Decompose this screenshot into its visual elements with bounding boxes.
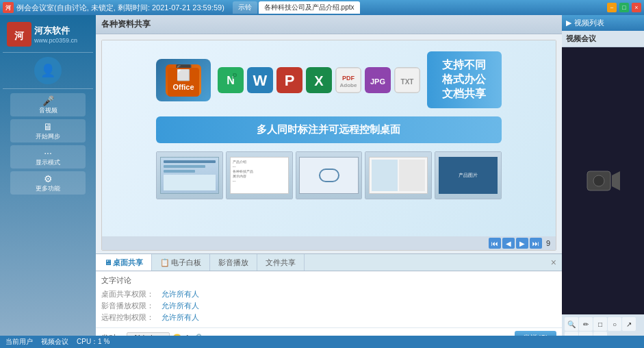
mic-icon: 🎤 (42, 95, 54, 106)
sidebar-logo-image: 河 (7, 22, 31, 47)
svg-text:W: W (253, 72, 268, 89)
tab-media[interactable]: 影音播放 (210, 254, 257, 271)
sidebar-logo-text: 河东软件 www.pc0359.cn (34, 25, 77, 44)
right-sidebar: ▶ 视频列表 视频会议 🔍 ✏ □ ○ ↗ T ⌫ (562, 15, 644, 348)
pdf-icon: PDFAdobe (335, 67, 361, 93)
svg-text:河: 河 (14, 30, 25, 41)
thumb-5-content: 产品图片 (439, 157, 498, 194)
chat-label-2: 影音播放权限： (101, 301, 156, 311)
status-meeting: 视频会议 (41, 337, 68, 347)
slide-top-row: ⬛ ⬜ Office (156, 51, 502, 108)
thumb-3-oval (319, 169, 339, 182)
extra-features-label: 更多功能 (36, 184, 60, 193)
thumb-2-text: 产品介绍---各种科技产品展示内容--- (233, 160, 286, 184)
main-layout: 河 河东软件 www.pc0359.cn 👤 🎤 音视频 🖥 开始网步 ··· (0, 15, 644, 348)
screen-share-icon: 🖥 (104, 258, 112, 266)
onenote-icon: NP (218, 67, 244, 93)
txt-icon: TXT (394, 67, 420, 93)
circle-icon[interactable]: ○ (608, 317, 621, 331)
display-mode-label: 显示模式 (36, 158, 60, 167)
video-main-area (562, 47, 644, 314)
title-bar-right: − □ × (607, 3, 641, 12)
company-name: 河东软件 (34, 25, 77, 37)
app-icons-row: NP W P X PDFAdob (218, 67, 420, 93)
whiteboard-icon: 📋 (160, 258, 170, 267)
right-sidebar-header: ▶ 视频列表 (562, 15, 644, 31)
right-sidebar-title: 视频列表 (574, 18, 604, 28)
meeting-title: 例会会议室(自由讨论, 未锁定, 剩期时间: 2021-07-21 23:59:… (16, 3, 224, 13)
svg-text:X: X (314, 73, 324, 88)
thumb-1-inner (157, 152, 222, 199)
thumb-content-area (164, 175, 216, 190)
pen-icon[interactable]: ✏ (579, 317, 593, 331)
camera-icon (586, 167, 620, 195)
chat-area: 文字讨论 桌面共享权限： 允许所有人 影音播放权限： 允许所有人 远程控制权限：… (96, 271, 562, 327)
thumb-4-right (399, 160, 425, 191)
bottom-close-button[interactable]: × (545, 254, 562, 271)
office-brand-area: ⬛ ⬜ Office (156, 59, 211, 101)
thumb-4-left (372, 160, 398, 191)
nav-controls: ⏮ ◀ ▶ ⏭ 9 (102, 236, 556, 250)
svg-text:Adobe: Adobe (340, 82, 357, 88)
audio-video-button[interactable]: 🎤 音视频 (10, 93, 86, 116)
bottom-tabs: 🖥 桌面共享 📋 电子白板 影音播放 文件共享 × (96, 254, 562, 271)
office-logo-box: ⬛ ⬜ Office (166, 64, 201, 96)
thumb-3-inner (296, 152, 362, 199)
thumb-5-inner: 产品图片 (435, 152, 501, 199)
title-bar: 河 例会会议室(自由讨论, 未锁定, 剩期时间: 2021-07-21 23:5… (0, 0, 644, 15)
tab-whiteboard[interactable]: 📋 电子白板 (152, 254, 210, 271)
screen-share-button[interactable]: 🖥 开始网步 (10, 119, 86, 142)
word-icon: W (247, 67, 273, 93)
page-number: 9 (546, 239, 550, 247)
screen-icon: 🖥 (43, 121, 53, 132)
maximize-button[interactable]: □ (619, 3, 629, 12)
arrow-icon[interactable]: ↗ (622, 317, 636, 331)
nav-next-last[interactable]: ⏭ (530, 238, 542, 249)
thumb-bar-2 (164, 165, 205, 168)
control-buttons: 🎤 音视频 🖥 开始网步 ··· 显示模式 ⚙ 更多功能 (10, 93, 86, 195)
chat-header: 文字讨论 (101, 275, 556, 286)
close-button[interactable]: × (632, 3, 641, 12)
powerpoint-icon: P (276, 67, 302, 93)
chat-label-1: 桌面共享权限： (101, 289, 156, 299)
slide-thumbnails: 产品介绍---各种科技产品展示内容--- (156, 151, 502, 199)
thumb-1-content (160, 157, 219, 194)
slide-title-banner: 支持不同格式办公文档共享 (427, 51, 502, 108)
minimize-button[interactable]: − (607, 3, 617, 12)
avatar: 👤 (34, 57, 62, 84)
tab-file-share[interactable]: 文件共享 (257, 254, 305, 271)
svg-text:P: P (233, 73, 237, 80)
status-bar: 当前用户 视频会议 CPU：1 % (0, 336, 644, 348)
nav-prev-first[interactable]: ⏮ (489, 238, 501, 249)
extra-features-button[interactable]: ⚙ 更多功能 (10, 171, 86, 195)
thumb-2-inner: 产品介绍---各种科技产品展示内容--- (227, 152, 292, 199)
video-panel-title: 视频会议 (562, 31, 644, 47)
tab-screen-share[interactable]: 🖥 桌面共享 (96, 254, 152, 271)
thumb-5: 产品图片 (435, 151, 502, 199)
thumb-2-content: 产品介绍---各种科技产品展示内容--- (230, 157, 289, 194)
nav-next[interactable]: ▶ (516, 238, 528, 249)
company-url: www.pc0359.cn (34, 37, 77, 44)
right-sidebar-icon: ▶ (566, 18, 571, 27)
nav-prev[interactable]: ◀ (502, 238, 515, 249)
sidebar-logo: 河 河东软件 www.pc0359.cn (7, 21, 89, 48)
tab-pptx[interactable]: 各种科技公司及产品介绍.pptx (259, 1, 360, 14)
zoom-in-icon[interactable]: 🔍 (565, 317, 578, 331)
svg-text:Office: Office (173, 83, 194, 91)
title-tabs: 示铃 各种科技公司及产品介绍.pptx (233, 1, 360, 14)
left-sidebar: 河 河东软件 www.pc0359.cn 👤 🎤 音视频 🖥 开始网步 ··· (0, 15, 96, 348)
extra-icon: ⚙ (44, 173, 53, 184)
title-bar-left: 河 例会会议室(自由讨论, 未锁定, 剩期时间: 2021-07-21 23:5… (3, 1, 360, 14)
tab-bell[interactable]: 示铃 (233, 1, 257, 14)
chat-label-3: 远程控制权限： (101, 312, 156, 323)
svg-point-23 (593, 175, 604, 186)
status-user: 当前用户 (5, 337, 33, 347)
jpg-icon: JPG (365, 67, 391, 93)
thumb-4-content (369, 157, 428, 194)
rect-icon[interactable]: □ (593, 317, 607, 331)
more-button[interactable]: ··· 显示模式 (10, 145, 86, 169)
chat-value-3: 允许所有人 (162, 312, 199, 323)
thumb-5-text: 产品图片 (459, 172, 478, 179)
audio-video-label: 音视频 (39, 106, 57, 115)
presentation-slide: ⬛ ⬜ Office (101, 40, 556, 251)
